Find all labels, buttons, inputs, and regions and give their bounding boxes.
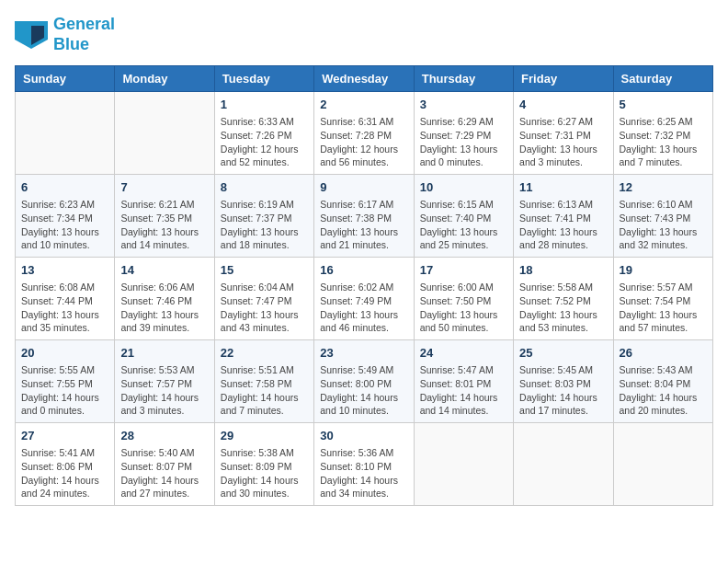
- calendar-week-row: 1Sunrise: 6:33 AM Sunset: 7:26 PM Daylig…: [16, 92, 713, 175]
- day-number: 6: [21, 179, 108, 196]
- calendar-cell: 2Sunrise: 6:31 AM Sunset: 7:28 PM Daylig…: [314, 92, 414, 175]
- logo-text: General Blue: [53, 15, 115, 54]
- day-number: 2: [320, 97, 407, 113]
- calendar-cell: 17Sunrise: 6:00 AM Sunset: 7:50 PM Dayli…: [414, 258, 513, 340]
- day-number: 23: [320, 345, 407, 362]
- day-header-friday: Friday: [514, 66, 613, 92]
- day-number: 15: [221, 262, 308, 279]
- day-info: Sunrise: 6:31 AM Sunset: 7:28 PM Dayligh…: [320, 115, 407, 169]
- day-number: 14: [120, 262, 208, 279]
- day-info: Sunrise: 6:13 AM Sunset: 7:41 PM Dayligh…: [519, 198, 607, 252]
- day-header-thursday: Thursday: [414, 66, 513, 92]
- day-number: 16: [320, 262, 407, 279]
- day-number: 1: [221, 97, 308, 113]
- day-info: Sunrise: 6:00 AM Sunset: 7:50 PM Dayligh…: [420, 281, 507, 335]
- day-info: Sunrise: 6:19 AM Sunset: 7:37 PM Dayligh…: [221, 198, 308, 252]
- day-info: Sunrise: 5:45 AM Sunset: 8:03 PM Dayligh…: [519, 363, 607, 418]
- calendar-cell: 10Sunrise: 6:15 AM Sunset: 7:40 PM Dayli…: [414, 175, 513, 258]
- day-number: 21: [120, 345, 208, 362]
- day-number: 13: [21, 262, 108, 279]
- calendar-cell: 23Sunrise: 5:49 AM Sunset: 8:00 PM Dayli…: [314, 340, 414, 423]
- calendar-cell: [613, 422, 712, 505]
- day-info: Sunrise: 6:25 AM Sunset: 7:32 PM Dayligh…: [620, 115, 707, 169]
- day-info: Sunrise: 5:57 AM Sunset: 7:54 PM Dayligh…: [620, 281, 707, 335]
- day-info: Sunrise: 6:21 AM Sunset: 7:35 PM Dayligh…: [120, 198, 208, 252]
- day-info: Sunrise: 5:55 AM Sunset: 7:55 PM Dayligh…: [21, 363, 108, 418]
- calendar-cell: 7Sunrise: 6:21 AM Sunset: 7:35 PM Daylig…: [115, 175, 214, 258]
- day-number: 8: [221, 179, 308, 196]
- day-header-tuesday: Tuesday: [214, 66, 313, 92]
- day-info: Sunrise: 6:06 AM Sunset: 7:46 PM Dayligh…: [120, 281, 208, 335]
- day-number: 19: [620, 262, 707, 279]
- calendar-cell: 16Sunrise: 6:02 AM Sunset: 7:49 PM Dayli…: [314, 258, 414, 340]
- day-info: Sunrise: 5:36 AM Sunset: 8:10 PM Dayligh…: [320, 446, 407, 500]
- day-number: 29: [221, 428, 308, 444]
- day-number: 26: [620, 345, 707, 362]
- calendar-week-row: 13Sunrise: 6:08 AM Sunset: 7:44 PM Dayli…: [16, 258, 713, 340]
- day-header-sunday: Sunday: [16, 66, 115, 92]
- day-header-saturday: Saturday: [613, 66, 712, 92]
- day-header-monday: Monday: [115, 66, 214, 92]
- day-number: 30: [320, 428, 407, 444]
- day-info: Sunrise: 6:10 AM Sunset: 7:43 PM Dayligh…: [620, 198, 707, 252]
- day-info: Sunrise: 5:41 AM Sunset: 8:06 PM Dayligh…: [21, 446, 108, 500]
- calendar-cell: 27Sunrise: 5:41 AM Sunset: 8:06 PM Dayli…: [16, 422, 115, 505]
- day-info: Sunrise: 5:40 AM Sunset: 8:07 PM Dayligh…: [120, 446, 208, 500]
- calendar-cell: [514, 422, 613, 505]
- calendar-cell: 5Sunrise: 6:25 AM Sunset: 7:32 PM Daylig…: [613, 92, 712, 175]
- day-number: 27: [21, 428, 108, 444]
- calendar-cell: 14Sunrise: 6:06 AM Sunset: 7:46 PM Dayli…: [115, 258, 214, 340]
- calendar-cell: 1Sunrise: 6:33 AM Sunset: 7:26 PM Daylig…: [214, 92, 313, 175]
- day-info: Sunrise: 5:43 AM Sunset: 8:04 PM Dayligh…: [620, 363, 707, 418]
- day-number: 7: [120, 179, 208, 196]
- day-info: Sunrise: 5:47 AM Sunset: 8:01 PM Dayligh…: [420, 363, 507, 418]
- calendar-cell: [414, 422, 513, 505]
- day-number: 25: [519, 345, 607, 362]
- calendar-cell: 22Sunrise: 5:51 AM Sunset: 7:58 PM Dayli…: [214, 340, 313, 423]
- calendar-cell: 12Sunrise: 6:10 AM Sunset: 7:43 PM Dayli…: [613, 175, 712, 258]
- page-header: General Blue: [15, 15, 713, 54]
- calendar-cell: 19Sunrise: 5:57 AM Sunset: 7:54 PM Dayli…: [613, 258, 712, 340]
- day-info: Sunrise: 5:49 AM Sunset: 8:00 PM Dayligh…: [320, 363, 407, 418]
- calendar-cell: 24Sunrise: 5:47 AM Sunset: 8:01 PM Dayli…: [414, 340, 513, 423]
- calendar-cell: 18Sunrise: 5:58 AM Sunset: 7:52 PM Dayli…: [514, 258, 613, 340]
- calendar-week-row: 20Sunrise: 5:55 AM Sunset: 7:55 PM Dayli…: [16, 340, 713, 423]
- day-info: Sunrise: 6:17 AM Sunset: 7:38 PM Dayligh…: [320, 198, 407, 252]
- calendar-cell: 4Sunrise: 6:27 AM Sunset: 7:31 PM Daylig…: [514, 92, 613, 175]
- calendar-header-row: SundayMondayTuesdayWednesdayThursdayFrid…: [16, 66, 713, 92]
- calendar-cell: 9Sunrise: 6:17 AM Sunset: 7:38 PM Daylig…: [314, 175, 414, 258]
- day-number: 12: [620, 179, 707, 196]
- calendar-cell: 30Sunrise: 5:36 AM Sunset: 8:10 PM Dayli…: [314, 422, 414, 505]
- day-number: 9: [320, 179, 407, 196]
- calendar-cell: 28Sunrise: 5:40 AM Sunset: 8:07 PM Dayli…: [115, 422, 214, 505]
- day-number: 20: [21, 345, 108, 362]
- calendar-cell: 13Sunrise: 6:08 AM Sunset: 7:44 PM Dayli…: [16, 258, 115, 340]
- day-number: 17: [420, 262, 507, 279]
- day-info: Sunrise: 6:04 AM Sunset: 7:47 PM Dayligh…: [221, 281, 308, 335]
- calendar-week-row: 6Sunrise: 6:23 AM Sunset: 7:34 PM Daylig…: [16, 175, 713, 258]
- day-number: 5: [620, 97, 707, 113]
- day-number: 28: [120, 428, 208, 444]
- day-info: Sunrise: 5:58 AM Sunset: 7:52 PM Dayligh…: [519, 281, 607, 335]
- calendar-cell: [16, 92, 115, 175]
- calendar-cell: 11Sunrise: 6:13 AM Sunset: 7:41 PM Dayli…: [514, 175, 613, 258]
- calendar-cell: 26Sunrise: 5:43 AM Sunset: 8:04 PM Dayli…: [613, 340, 712, 423]
- calendar-cell: 29Sunrise: 5:38 AM Sunset: 8:09 PM Dayli…: [214, 422, 313, 505]
- day-number: 11: [519, 179, 607, 196]
- calendar-week-row: 27Sunrise: 5:41 AM Sunset: 8:06 PM Dayli…: [16, 422, 713, 505]
- day-info: Sunrise: 5:51 AM Sunset: 7:58 PM Dayligh…: [221, 363, 308, 418]
- day-info: Sunrise: 5:38 AM Sunset: 8:09 PM Dayligh…: [221, 446, 308, 500]
- calendar-cell: 3Sunrise: 6:29 AM Sunset: 7:29 PM Daylig…: [414, 92, 513, 175]
- calendar-cell: 6Sunrise: 6:23 AM Sunset: 7:34 PM Daylig…: [16, 175, 115, 258]
- day-info: Sunrise: 6:02 AM Sunset: 7:49 PM Dayligh…: [320, 281, 407, 335]
- day-number: 4: [519, 97, 607, 113]
- day-number: 18: [519, 262, 607, 279]
- day-info: Sunrise: 6:15 AM Sunset: 7:40 PM Dayligh…: [420, 198, 507, 252]
- day-header-wednesday: Wednesday: [314, 66, 414, 92]
- calendar-cell: 21Sunrise: 5:53 AM Sunset: 7:57 PM Dayli…: [115, 340, 214, 423]
- logo-icon: [15, 21, 48, 49]
- day-info: Sunrise: 6:33 AM Sunset: 7:26 PM Dayligh…: [221, 115, 308, 169]
- calendar-cell: [115, 92, 214, 175]
- day-info: Sunrise: 5:53 AM Sunset: 7:57 PM Dayligh…: [120, 363, 208, 418]
- day-info: Sunrise: 6:29 AM Sunset: 7:29 PM Dayligh…: [420, 115, 507, 169]
